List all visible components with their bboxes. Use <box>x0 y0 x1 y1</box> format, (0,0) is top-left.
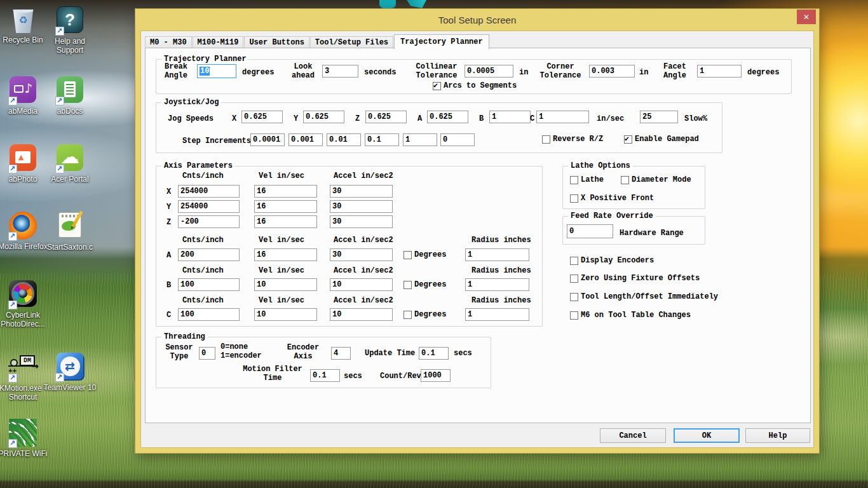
b-radius-input[interactable]: 1 <box>465 278 529 291</box>
jog-a-input[interactable]: 0.625 <box>427 111 468 123</box>
tab-m100-m119[interactable]: M100-M119 <box>193 36 244 48</box>
desktop-icon-cyberlink-photodirector[interactable]: CyberLink PhotoDirec... <box>0 280 50 329</box>
tool-length-offset-immediately-checkbox[interactable]: Tool Length/Offset Immediately <box>570 292 718 301</box>
desktop-icon-abdocs[interactable]: abDocs <box>43 75 97 116</box>
break-angle-label: Break Angle <box>159 62 193 80</box>
reverse-rz-checkbox[interactable]: Reverse R/Z <box>542 135 603 144</box>
step-increment-input-1[interactable]: 0.0001 <box>250 133 285 146</box>
jog-y-input[interactable]: 0.625 <box>303 111 344 123</box>
x-accel-input[interactable]: 30 <box>330 185 393 198</box>
break-angle-input[interactable]: 10 <box>197 64 236 78</box>
lathe-checkbox[interactable]: Lathe <box>570 175 604 184</box>
step-increment-input-5[interactable]: 1 <box>403 133 437 146</box>
desktop-icon-startsaxton[interactable]: StartSaxton.c <box>43 211 97 252</box>
radius-header: Radius inches <box>471 236 531 245</box>
z-vel-input[interactable]: 16 <box>254 215 317 228</box>
arcs-to-segments-checkbox[interactable]: Arcs to Segments <box>433 81 517 90</box>
desktop-icon-label: CyberLink PhotoDirec... <box>0 311 50 329</box>
ok-button[interactable]: OK <box>674 428 740 443</box>
c-accel-input[interactable]: 10 <box>330 308 393 321</box>
jog-c-input[interactable]: 1 <box>536 111 589 123</box>
step-increment-input-2[interactable]: 0.001 <box>288 133 323 146</box>
motion-filter-input[interactable]: 0.1 <box>310 369 340 382</box>
c-radius-input[interactable]: 1 <box>465 308 529 321</box>
enable-gamepad-checkbox[interactable]: Enable Gamepad <box>624 135 699 144</box>
jog-x-label: X <box>232 114 236 123</box>
corner-tolerance-unit: in <box>639 68 648 77</box>
x-cnts-input[interactable]: 254000 <box>178 185 240 198</box>
zero-using-fixture-offsets-checkbox[interactable]: Zero Using Fixture Offsets <box>570 274 700 283</box>
b-degrees-checkbox[interactable]: Degrees <box>403 280 446 289</box>
m6-on-tool-table-changes-checkbox[interactable]: M6 on Tool Table Changes <box>570 311 691 320</box>
update-time-input[interactable]: 0.1 <box>419 347 449 360</box>
y-accel-input[interactable]: 30 <box>330 200 393 213</box>
sensor-type-input[interactable]: 0 <box>199 347 215 360</box>
jog-b-label: B <box>479 114 484 123</box>
tab-user-buttons[interactable]: User Buttons <box>244 36 309 48</box>
tool-setup-dialog: Tool Setup Screen ✕ M0 - M30 M100-M119 U… <box>135 9 819 453</box>
z-cnts-input[interactable]: -200 <box>178 215 240 228</box>
desktop-icon-label: abDocs <box>43 107 97 116</box>
diameter-mode-checkbox[interactable]: Diameter Mode <box>621 175 691 184</box>
slow-percent-label: Slow% <box>684 114 707 123</box>
obscured-desktop-icon-fragment <box>379 0 396 8</box>
collinear-tolerance-input[interactable]: 0.0005 <box>465 65 513 78</box>
a-cnts-input[interactable]: 200 <box>178 248 240 261</box>
accel-header: Accel in/sec2 <box>334 236 393 245</box>
desktop-icon-private-wifi[interactable]: PRIVATE WiFi <box>0 418 50 458</box>
cnts-header: Cnts/inch <box>182 236 224 245</box>
y-cnts-input[interactable]: 254000 <box>178 200 240 213</box>
shortcut-arrow-icon <box>8 301 17 309</box>
desktop-icon-acer-portal[interactable]: Acer Portal <box>43 143 97 184</box>
cnts-header: Cnts/inch <box>182 266 224 275</box>
step-increment-input-4[interactable]: 0.1 <box>365 133 399 146</box>
close-button[interactable]: ✕ <box>797 10 816 24</box>
display-encoders-checkbox[interactable]: Display Encoders <box>570 256 654 265</box>
tab-trajectory-planner[interactable]: Trajectory Planner <box>394 34 489 49</box>
tab-tool-setup-files[interactable]: Tool/Setup Files <box>310 36 393 48</box>
checkbox-box <box>542 135 550 144</box>
a-degrees-checkbox[interactable]: Degrees <box>403 250 446 259</box>
facet-angle-input[interactable]: 1 <box>697 65 742 78</box>
slow-percent-input[interactable]: 25 <box>640 111 678 123</box>
shortcut-arrow-icon <box>55 373 64 382</box>
jog-z-input[interactable]: 0.625 <box>365 111 407 123</box>
b-vel-input[interactable]: 10 <box>254 278 317 291</box>
help-button[interactable]: Help <box>745 428 810 443</box>
corner-tolerance-input[interactable]: 0.003 <box>589 65 635 78</box>
feed-rate-input[interactable]: 0 <box>567 224 613 238</box>
close-icon: ✕ <box>803 13 810 22</box>
dialog-titlebar[interactable]: Tool Setup Screen <box>135 9 819 30</box>
a-accel-input[interactable]: 30 <box>330 248 393 261</box>
collinear-tolerance-label: Collinear Tolerance <box>409 62 464 80</box>
c-cnts-input[interactable]: 100 <box>178 308 240 321</box>
y-vel-input[interactable]: 16 <box>254 200 317 213</box>
c-degrees-checkbox[interactable]: Degrees <box>403 310 446 319</box>
vel-header: Vel in/sec <box>259 172 304 180</box>
b-accel-input[interactable]: 10 <box>330 278 393 291</box>
tab-m0-m30[interactable]: M0 - M30 <box>145 36 192 48</box>
a-vel-input[interactable]: 16 <box>254 248 317 261</box>
jog-b-input[interactable]: 1 <box>489 111 531 123</box>
z-accel-input[interactable]: 30 <box>330 215 393 228</box>
count-rev-input[interactable]: 1000 <box>421 369 451 382</box>
step-increment-input-3[interactable]: 0.01 <box>327 133 361 146</box>
c-vel-input[interactable]: 10 <box>254 308 317 321</box>
vel-header: Vel in/sec <box>259 236 304 245</box>
vel-header: Vel in/sec <box>259 266 304 275</box>
x-positive-front-checkbox[interactable]: X Positive Front <box>570 194 654 203</box>
look-ahead-input[interactable]: 3 <box>322 65 358 78</box>
jog-a-label: A <box>417 114 422 123</box>
encoder-axis-input[interactable]: 4 <box>331 347 351 360</box>
desktop-icon-teamviewer[interactable]: TeamViewer 10 <box>43 351 97 392</box>
a-radius-input[interactable]: 1 <box>465 248 529 261</box>
step-increment-input-6[interactable]: 0 <box>440 133 475 146</box>
desktop-icon-help-and-support[interactable]: Help and Support <box>43 5 97 55</box>
b-cnts-input[interactable]: 100 <box>178 278 240 291</box>
cancel-button[interactable]: Cancel <box>600 428 666 443</box>
motion-filter-label: Motion Filter Time <box>240 365 306 383</box>
desktop-icon-label: Help and Support <box>43 37 97 55</box>
desktop-icon-label: TeamViewer 10 <box>43 383 97 392</box>
x-vel-input[interactable]: 16 <box>254 185 317 198</box>
jog-x-input[interactable]: 0.625 <box>241 111 283 123</box>
